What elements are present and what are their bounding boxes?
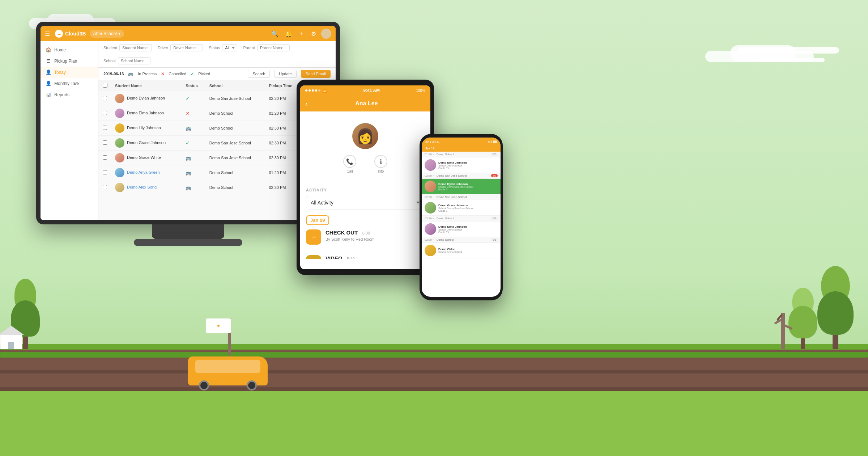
topbar-avatar[interactable] xyxy=(321,29,331,39)
sidebar-item-today[interactable]: 👤 Today xyxy=(41,67,98,78)
phone-date: Jun 11 xyxy=(432,140,439,143)
status-cell: 🚌 xyxy=(182,151,205,165)
phone-time: 3:41 xyxy=(425,140,431,143)
tablet-battery: 100% xyxy=(416,89,425,93)
parent-filter-input[interactable] xyxy=(257,44,290,51)
search-button[interactable]: Search xyxy=(248,70,270,78)
phone-signal: ●●● xyxy=(488,140,492,143)
list-item[interactable]: Demo Grace Jahnson School Demo San Jose … xyxy=(422,200,501,216)
status-cell: 🚌 xyxy=(182,165,205,180)
row-checkbox[interactable] xyxy=(103,185,107,189)
profile-avatar xyxy=(352,123,378,149)
sidebar-item-monthly-label: Monthly Task xyxy=(54,81,80,86)
check-status-icon: ✓ xyxy=(191,72,194,76)
status-cell: 🚌 xyxy=(182,121,205,136)
search-icon[interactable]: 🔍 xyxy=(270,29,280,39)
phone-list: 01:30 ~ Demo School 0/0 Demo Elma Jahnso… xyxy=(422,152,501,292)
sidebar-item-reports-label: Reports xyxy=(54,92,69,97)
phone-time-row: 01:30 ~ Demo School 0/0 xyxy=(422,152,501,157)
status-cell: ✕ xyxy=(182,106,205,121)
phone-student-avatar xyxy=(425,245,436,256)
row-checkbox[interactable] xyxy=(103,170,107,174)
phone-student-info: Demo Grace Jahnson School Demo San Jose … xyxy=(438,204,498,212)
student-name-text[interactable]: Demo Alex Song xyxy=(127,185,157,189)
list-item[interactable]: Demo Elma Jahnson School Demo School Gra… xyxy=(422,221,501,237)
send-email-button[interactable]: Send Email xyxy=(301,70,331,78)
list-item-time: 02:30 ~ xyxy=(425,217,434,220)
select-all-checkbox[interactable] xyxy=(103,83,107,88)
sidebar-item-pickup-plan[interactable]: ☰ Pickup Plan xyxy=(41,55,98,67)
student-filter-label: Student xyxy=(103,46,117,50)
list-item-time: 02:30 ~ xyxy=(425,238,434,241)
list-item[interactable]: Demo Chloe School Demo School xyxy=(422,243,501,258)
row-checkbox[interactable] xyxy=(103,96,107,100)
activity-select[interactable]: All Activity xyxy=(306,196,425,210)
list-item[interactable]: Demo Dylan Jahnson School Demo San Jose … xyxy=(422,179,501,194)
monitor-screen: ☰ ☁ Cloud3B After School ▾ 🔍 🔔 ＋ ⚙ xyxy=(41,26,336,220)
phone-time-row: 02:30 ~ Demo School 0/1 xyxy=(422,216,501,221)
hamburger-icon[interactable]: ☰ xyxy=(45,30,50,37)
gear-icon[interactable]: ⚙ xyxy=(310,29,318,39)
list-item-school: Demo San Jose School xyxy=(437,195,493,199)
app-sidebar: 🏠 Home ☰ Pickup Plan 👤 Today 👤 Monthly T… xyxy=(41,41,98,220)
list-item-count: 3/2 xyxy=(491,174,498,177)
student-name-text: Demo Lily Jahnson xyxy=(127,126,161,130)
filter-bar: Student Driver Status All xyxy=(98,41,336,68)
student-name-text[interactable]: Demo Anya Green xyxy=(127,170,160,174)
phone-battery: ▓▓ xyxy=(493,140,497,143)
tablet-back-button[interactable]: ‹ xyxy=(305,100,308,108)
call-action[interactable]: 📞 Call xyxy=(343,155,356,173)
parent-filter-label: Parent xyxy=(243,46,255,50)
status-truck-icon: 🚌 xyxy=(186,126,191,131)
page-title-button[interactable]: After School ▾ xyxy=(90,30,124,38)
deco-bar-2 xyxy=(760,58,825,62)
student-avatar xyxy=(115,138,124,148)
update-button[interactable]: Update xyxy=(274,70,296,78)
phone-student-avatar xyxy=(425,223,436,235)
phone-student-name: Demo Elma Jahnson xyxy=(438,161,498,164)
desktop-monitor: ☰ ☁ Cloud3B After School ▾ 🔍 🔔 ＋ ⚙ xyxy=(36,22,340,246)
list-item[interactable]: Demo Elma Jahnson School Demo School Gra… xyxy=(422,157,501,173)
phone-student-avatar xyxy=(425,181,436,192)
list-item-school: Demo School xyxy=(437,238,489,241)
today-icon: 👤 xyxy=(46,69,51,75)
col-checkbox xyxy=(98,80,111,91)
student-filter-input[interactable] xyxy=(119,44,152,51)
info-action[interactable]: ℹ Info xyxy=(374,155,387,173)
monitor-body: ☰ ☁ Cloud3B After School ▾ 🔍 🔔 ＋ ⚙ xyxy=(36,22,340,224)
sidebar-item-home[interactable]: 🏠 Home xyxy=(41,44,98,55)
bell-icon[interactable]: 🔔 xyxy=(284,29,294,39)
school-filter-input[interactable] xyxy=(118,57,150,64)
row-checkbox-cell xyxy=(98,136,111,151)
col-student-name: Student Name xyxy=(111,80,182,91)
plus-icon[interactable]: ＋ xyxy=(297,29,306,39)
status-cancelled: Cancelled xyxy=(169,72,186,76)
reports-icon: 📊 xyxy=(46,92,51,97)
phone-student-info: Demo Elma Jahnson School Demo School Gra… xyxy=(438,161,498,169)
row-checkbox[interactable] xyxy=(103,111,107,115)
grass-stripe-2 xyxy=(0,352,868,358)
sidebar-item-monthly-task[interactable]: 👤 Monthly Task xyxy=(41,78,98,89)
page-title-text: After School xyxy=(93,31,117,36)
driver-filter-input[interactable] xyxy=(170,44,203,51)
row-checkbox[interactable] xyxy=(103,126,107,130)
row-checkbox[interactable] xyxy=(103,155,107,160)
status-filter-select[interactable]: All xyxy=(222,44,237,51)
list-item-school: Demo San Jose School xyxy=(437,174,489,177)
sidebar-item-reports[interactable]: 📊 Reports xyxy=(41,89,98,100)
student-name-cell: Demo Grace Jahnson xyxy=(111,136,182,151)
list-item-time: 02:30 ~ xyxy=(425,195,434,199)
status-cross-icon: ✕ xyxy=(186,110,190,116)
student-avatar xyxy=(115,94,124,103)
tablet-status-bar: 📶 9:41 AM 100% xyxy=(300,85,430,96)
row-checkbox[interactable] xyxy=(103,140,107,145)
call-action-icon: 📞 xyxy=(343,155,356,168)
checkout-title: CHECK OUT xyxy=(326,229,358,236)
cross-status-icon: ✕ xyxy=(161,72,164,76)
phone-student-school: School Demo School xyxy=(438,251,498,253)
phone-status-bar: 3:41 Jun 11 ●●● ▓▓ xyxy=(422,138,501,145)
checkout-desc: By Scott Kelly to Red Room xyxy=(326,237,425,241)
col-school: School xyxy=(206,80,265,91)
tablet-device: 📶 9:41 AM 100% ‹ Ana Lee 📞 Call xyxy=(297,80,434,275)
school-cell: Demo School xyxy=(206,106,265,121)
